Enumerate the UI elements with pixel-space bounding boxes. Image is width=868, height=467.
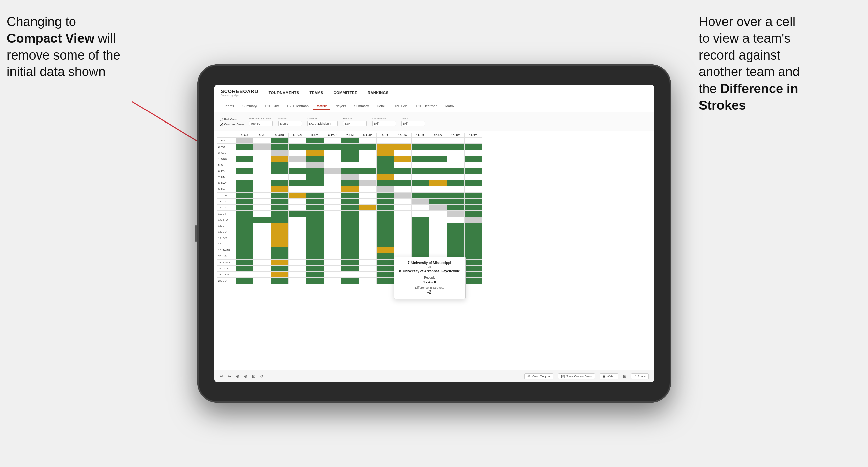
matrix-cell[interactable] bbox=[341, 205, 359, 211]
matrix-cell[interactable] bbox=[324, 193, 341, 199]
matrix-cell[interactable] bbox=[236, 193, 253, 199]
matrix-cell[interactable] bbox=[271, 193, 288, 199]
nav-rankings[interactable]: RANKINGS bbox=[368, 91, 389, 95]
matrix-cell[interactable] bbox=[236, 211, 253, 217]
matrix-cell[interactable] bbox=[271, 162, 288, 168]
matrix-cell[interactable] bbox=[429, 229, 447, 235]
matrix-cell[interactable] bbox=[464, 150, 482, 156]
matrix-cell[interactable] bbox=[464, 156, 482, 162]
matrix-cell[interactable] bbox=[306, 278, 324, 284]
matrix-cell[interactable] bbox=[464, 138, 482, 144]
tab-matrix2[interactable]: Matrix bbox=[442, 103, 458, 110]
matrix-cell[interactable] bbox=[411, 211, 429, 217]
matrix-cell[interactable] bbox=[253, 223, 271, 229]
matrix-cell[interactable] bbox=[394, 217, 411, 223]
matrix-cell[interactable] bbox=[341, 199, 359, 205]
matrix-cell[interactable] bbox=[464, 241, 482, 247]
matrix-cell[interactable] bbox=[288, 150, 306, 156]
matrix-cell[interactable] bbox=[306, 266, 324, 272]
matrix-cell[interactable] bbox=[324, 162, 341, 168]
matrix-cell[interactable] bbox=[359, 144, 376, 150]
matrix-cell[interactable] bbox=[359, 253, 376, 260]
compact-view-option[interactable]: Compact View bbox=[220, 123, 244, 126]
matrix-cell[interactable] bbox=[447, 150, 464, 156]
matrix-cell[interactable] bbox=[306, 223, 324, 229]
matrix-cell[interactable] bbox=[306, 217, 324, 223]
matrix-cell[interactable] bbox=[288, 229, 306, 235]
matrix-cell[interactable] bbox=[376, 199, 394, 205]
tab-h2h-heatmap2[interactable]: H2H Heatmap bbox=[413, 103, 441, 110]
matrix-cell[interactable] bbox=[236, 241, 253, 247]
matrix-cell[interactable] bbox=[271, 278, 288, 284]
matrix-cell[interactable] bbox=[236, 186, 253, 193]
matrix-cell[interactable] bbox=[429, 180, 447, 186]
matrix-cell[interactable] bbox=[464, 186, 482, 193]
matrix-cell[interactable] bbox=[236, 247, 253, 253]
matrix-cell[interactable] bbox=[447, 247, 464, 253]
matrix-cell[interactable] bbox=[236, 199, 253, 205]
matrix-cell[interactable] bbox=[253, 174, 271, 180]
matrix-cell[interactable] bbox=[394, 168, 411, 174]
matrix-cell[interactable] bbox=[411, 241, 429, 247]
matrix-cell[interactable] bbox=[341, 229, 359, 235]
matrix-cell[interactable] bbox=[429, 174, 447, 180]
matrix-cell[interactable] bbox=[271, 229, 288, 235]
tab-summary2[interactable]: Summary bbox=[351, 103, 372, 110]
matrix-cell[interactable] bbox=[306, 186, 324, 193]
matrix-cell[interactable] bbox=[236, 168, 253, 174]
matrix-cell[interactable] bbox=[288, 156, 306, 162]
matrix-cell[interactable] bbox=[376, 266, 394, 272]
matrix-cell[interactable] bbox=[359, 156, 376, 162]
matrix-cell[interactable] bbox=[253, 211, 271, 217]
matrix-cell[interactable] bbox=[253, 156, 271, 162]
matrix-cell[interactable] bbox=[394, 174, 411, 180]
matrix-cell[interactable] bbox=[253, 168, 271, 174]
matrix-cell[interactable] bbox=[447, 180, 464, 186]
matrix-cell[interactable] bbox=[324, 278, 341, 284]
matrix-cell[interactable] bbox=[411, 156, 429, 162]
matrix-cell[interactable] bbox=[271, 241, 288, 247]
matrix-cell[interactable] bbox=[271, 235, 288, 241]
matrix-cell[interactable] bbox=[253, 253, 271, 260]
matrix-cell[interactable] bbox=[288, 272, 306, 278]
matrix-cell[interactable] bbox=[359, 247, 376, 253]
matrix-cell[interactable] bbox=[359, 186, 376, 193]
matrix-cell[interactable] bbox=[341, 144, 359, 150]
matrix-cell[interactable] bbox=[376, 247, 394, 253]
matrix-cell[interactable] bbox=[236, 217, 253, 223]
matrix-cell[interactable] bbox=[447, 235, 464, 241]
matrix-cell[interactable] bbox=[236, 150, 253, 156]
matrix-cell[interactable] bbox=[429, 156, 447, 162]
matrix-cell[interactable] bbox=[411, 247, 429, 253]
matrix-cell[interactable] bbox=[376, 174, 394, 180]
matrix-cell[interactable] bbox=[306, 260, 324, 266]
matrix-cell[interactable] bbox=[376, 162, 394, 168]
matrix-cell[interactable] bbox=[376, 235, 394, 241]
matrix-cell[interactable] bbox=[447, 144, 464, 150]
matrix-cell[interactable] bbox=[236, 223, 253, 229]
matrix-cell[interactable] bbox=[271, 272, 288, 278]
matrix-cell[interactable] bbox=[271, 253, 288, 260]
matrix-cell[interactable] bbox=[429, 193, 447, 199]
matrix-cell[interactable] bbox=[271, 199, 288, 205]
matrix-cell[interactable] bbox=[429, 162, 447, 168]
matrix-cell[interactable] bbox=[288, 266, 306, 272]
grid-icon[interactable]: ⊞ bbox=[623, 374, 626, 379]
matrix-cell[interactable] bbox=[447, 223, 464, 229]
matrix-cell[interactable] bbox=[429, 144, 447, 150]
matrix-cell[interactable] bbox=[288, 278, 306, 284]
matrix-cell[interactable] bbox=[394, 199, 411, 205]
compact-view-radio[interactable] bbox=[220, 123, 223, 126]
matrix-cell[interactable] bbox=[359, 205, 376, 211]
tool3-icon[interactable]: ⊕ bbox=[236, 374, 239, 379]
matrix-cell[interactable] bbox=[324, 150, 341, 156]
matrix-cell[interactable] bbox=[306, 144, 324, 150]
matrix-cell[interactable] bbox=[324, 217, 341, 223]
matrix-cell[interactable] bbox=[464, 162, 482, 168]
share-button[interactable]: ⤴ Share bbox=[631, 373, 648, 379]
matrix-cell[interactable] bbox=[394, 150, 411, 156]
matrix-cell[interactable] bbox=[236, 156, 253, 162]
matrix-cell[interactable] bbox=[464, 174, 482, 180]
matrix-cell[interactable] bbox=[359, 174, 376, 180]
matrix-cell[interactable] bbox=[236, 144, 253, 150]
